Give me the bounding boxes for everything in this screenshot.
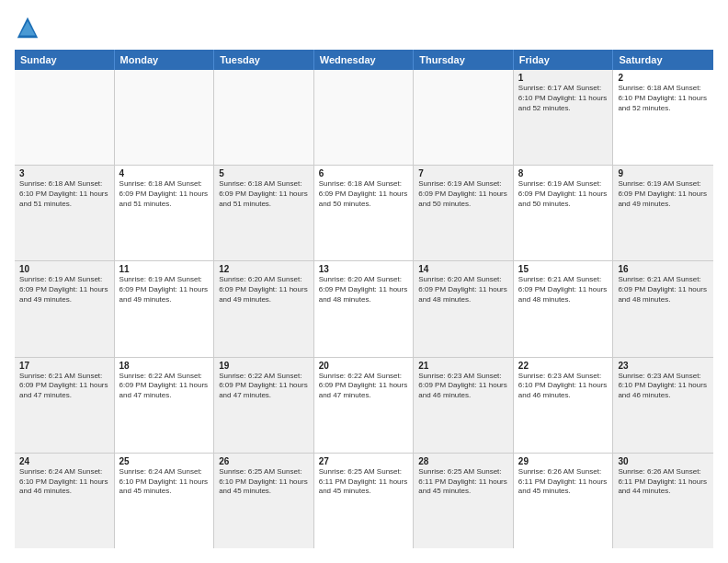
cal-header-tuesday: Tuesday	[214, 50, 314, 70]
day-number: 8	[518, 168, 609, 178]
cal-cell	[214, 70, 314, 165]
cal-cell: 4Sunrise: 6:18 AM Sunset: 6:09 PM Daylig…	[115, 166, 215, 260]
day-number: 11	[119, 264, 210, 274]
cal-cell: 26Sunrise: 6:25 AM Sunset: 6:10 PM Dayli…	[214, 454, 314, 548]
cal-cell: 23Sunrise: 6:23 AM Sunset: 6:10 PM Dayli…	[613, 358, 713, 453]
day-info: Sunrise: 6:26 AM Sunset: 6:11 PM Dayligh…	[518, 467, 609, 497]
cal-cell	[414, 70, 514, 165]
cal-header-thursday: Thursday	[414, 50, 514, 70]
cal-cell: 17Sunrise: 6:21 AM Sunset: 6:09 PM Dayli…	[15, 358, 115, 453]
cal-cell: 19Sunrise: 6:22 AM Sunset: 6:09 PM Dayli…	[214, 358, 314, 453]
cal-cell: 18Sunrise: 6:22 AM Sunset: 6:09 PM Dayli…	[115, 358, 215, 453]
day-info: Sunrise: 6:25 AM Sunset: 6:10 PM Dayligh…	[219, 467, 309, 497]
day-number: 26	[219, 456, 309, 466]
day-info: Sunrise: 6:19 AM Sunset: 6:09 PM Dayligh…	[518, 179, 609, 209]
day-number: 15	[518, 264, 609, 274]
cal-cell	[115, 70, 215, 165]
cal-header-monday: Monday	[115, 50, 215, 70]
day-info: Sunrise: 6:23 AM Sunset: 6:10 PM Dayligh…	[618, 372, 709, 401]
day-info: Sunrise: 6:18 AM Sunset: 6:09 PM Dayligh…	[219, 179, 309, 209]
day-info: Sunrise: 6:22 AM Sunset: 6:09 PM Dayligh…	[119, 372, 210, 401]
day-info: Sunrise: 6:21 AM Sunset: 6:09 PM Dayligh…	[518, 275, 609, 304]
cal-cell: 5Sunrise: 6:18 AM Sunset: 6:09 PM Daylig…	[214, 166, 314, 260]
cal-cell	[314, 70, 415, 165]
day-info: Sunrise: 6:20 AM Sunset: 6:09 PM Dayligh…	[418, 275, 508, 304]
day-info: Sunrise: 6:19 AM Sunset: 6:09 PM Dayligh…	[618, 179, 709, 209]
day-number: 17	[19, 361, 109, 371]
cal-cell: 15Sunrise: 6:21 AM Sunset: 6:09 PM Dayli…	[514, 261, 614, 356]
cal-cell: 28Sunrise: 6:25 AM Sunset: 6:11 PM Dayli…	[414, 454, 514, 548]
day-number: 12	[219, 264, 309, 274]
day-info: Sunrise: 6:24 AM Sunset: 6:10 PM Dayligh…	[119, 467, 210, 497]
calendar-header: SundayMondayTuesdayWednesdayThursdayFrid…	[15, 50, 713, 70]
day-info: Sunrise: 6:18 AM Sunset: 6:10 PM Dayligh…	[19, 179, 109, 209]
calendar-body: 1Sunrise: 6:17 AM Sunset: 6:10 PM Daylig…	[15, 70, 713, 548]
cal-week-1: 3Sunrise: 6:18 AM Sunset: 6:10 PM Daylig…	[15, 166, 713, 261]
day-number: 1	[518, 73, 609, 83]
day-number: 28	[418, 456, 508, 466]
day-number: 9	[618, 168, 709, 178]
calendar: SundayMondayTuesdayWednesdayThursdayFrid…	[15, 50, 713, 548]
cal-cell	[15, 70, 115, 165]
day-number: 27	[319, 456, 409, 466]
cal-week-4: 24Sunrise: 6:24 AM Sunset: 6:10 PM Dayli…	[15, 454, 713, 548]
day-info: Sunrise: 6:17 AM Sunset: 6:10 PM Dayligh…	[518, 84, 609, 113]
day-number: 6	[319, 168, 409, 178]
day-info: Sunrise: 6:26 AM Sunset: 6:11 PM Dayligh…	[618, 467, 709, 497]
day-number: 5	[219, 168, 309, 178]
cal-cell: 20Sunrise: 6:22 AM Sunset: 6:09 PM Dayli…	[314, 358, 415, 453]
day-info: Sunrise: 6:22 AM Sunset: 6:09 PM Dayligh…	[319, 372, 409, 401]
cal-cell: 7Sunrise: 6:19 AM Sunset: 6:09 PM Daylig…	[414, 166, 514, 260]
day-info: Sunrise: 6:18 AM Sunset: 6:09 PM Dayligh…	[119, 179, 210, 209]
cal-cell: 16Sunrise: 6:21 AM Sunset: 6:09 PM Dayli…	[613, 261, 713, 356]
day-number: 10	[19, 264, 109, 274]
cal-cell: 22Sunrise: 6:23 AM Sunset: 6:10 PM Dayli…	[514, 358, 614, 453]
day-info: Sunrise: 6:25 AM Sunset: 6:11 PM Dayligh…	[319, 467, 409, 497]
day-info: Sunrise: 6:18 AM Sunset: 6:10 PM Dayligh…	[618, 84, 709, 113]
day-number: 29	[518, 456, 609, 466]
cal-cell: 3Sunrise: 6:18 AM Sunset: 6:10 PM Daylig…	[15, 166, 115, 260]
cal-cell: 6Sunrise: 6:18 AM Sunset: 6:09 PM Daylig…	[314, 166, 415, 260]
cal-cell: 21Sunrise: 6:23 AM Sunset: 6:09 PM Dayli…	[414, 358, 514, 453]
day-number: 18	[119, 361, 210, 371]
day-number: 14	[418, 264, 508, 274]
day-info: Sunrise: 6:24 AM Sunset: 6:10 PM Dayligh…	[19, 467, 109, 497]
day-number: 3	[19, 168, 109, 178]
day-info: Sunrise: 6:19 AM Sunset: 6:09 PM Dayligh…	[418, 179, 508, 209]
day-number: 7	[418, 168, 508, 178]
cal-cell: 11Sunrise: 6:19 AM Sunset: 6:09 PM Dayli…	[115, 261, 215, 356]
day-number: 20	[319, 361, 409, 371]
day-number: 25	[119, 456, 210, 466]
header	[15, 15, 713, 40]
day-info: Sunrise: 6:19 AM Sunset: 6:09 PM Dayligh…	[19, 275, 109, 304]
day-number: 21	[418, 361, 508, 371]
cal-cell: 13Sunrise: 6:20 AM Sunset: 6:09 PM Dayli…	[314, 261, 415, 356]
cal-week-0: 1Sunrise: 6:17 AM Sunset: 6:10 PM Daylig…	[15, 70, 713, 166]
day-info: Sunrise: 6:23 AM Sunset: 6:10 PM Dayligh…	[518, 372, 609, 401]
cal-cell: 25Sunrise: 6:24 AM Sunset: 6:10 PM Dayli…	[115, 454, 215, 548]
day-number: 16	[618, 264, 709, 274]
day-info: Sunrise: 6:21 AM Sunset: 6:09 PM Dayligh…	[19, 372, 109, 401]
cal-week-3: 17Sunrise: 6:21 AM Sunset: 6:09 PM Dayli…	[15, 358, 713, 454]
cal-cell: 9Sunrise: 6:19 AM Sunset: 6:09 PM Daylig…	[613, 166, 713, 260]
cal-cell: 30Sunrise: 6:26 AM Sunset: 6:11 PM Dayli…	[613, 454, 713, 548]
day-number: 2	[618, 73, 709, 83]
cal-header-friday: Friday	[514, 50, 614, 70]
day-info: Sunrise: 6:20 AM Sunset: 6:09 PM Dayligh…	[219, 275, 309, 304]
cal-header-sunday: Sunday	[15, 50, 115, 70]
cal-cell: 24Sunrise: 6:24 AM Sunset: 6:10 PM Dayli…	[15, 454, 115, 548]
cal-cell: 2Sunrise: 6:18 AM Sunset: 6:10 PM Daylig…	[613, 70, 713, 165]
day-info: Sunrise: 6:23 AM Sunset: 6:09 PM Dayligh…	[418, 372, 508, 401]
cal-cell: 10Sunrise: 6:19 AM Sunset: 6:09 PM Dayli…	[15, 261, 115, 356]
day-number: 4	[119, 168, 210, 178]
logo	[15, 15, 44, 40]
cal-cell: 8Sunrise: 6:19 AM Sunset: 6:09 PM Daylig…	[514, 166, 614, 260]
day-info: Sunrise: 6:25 AM Sunset: 6:11 PM Dayligh…	[418, 467, 508, 497]
day-number: 23	[618, 361, 709, 371]
page: SundayMondayTuesdayWednesdayThursdayFrid…	[0, 0, 728, 563]
day-info: Sunrise: 6:20 AM Sunset: 6:09 PM Dayligh…	[319, 275, 409, 304]
day-info: Sunrise: 6:21 AM Sunset: 6:09 PM Dayligh…	[618, 275, 709, 304]
day-info: Sunrise: 6:22 AM Sunset: 6:09 PM Dayligh…	[219, 372, 309, 401]
cal-header-saturday: Saturday	[613, 50, 713, 70]
day-number: 19	[219, 361, 309, 371]
